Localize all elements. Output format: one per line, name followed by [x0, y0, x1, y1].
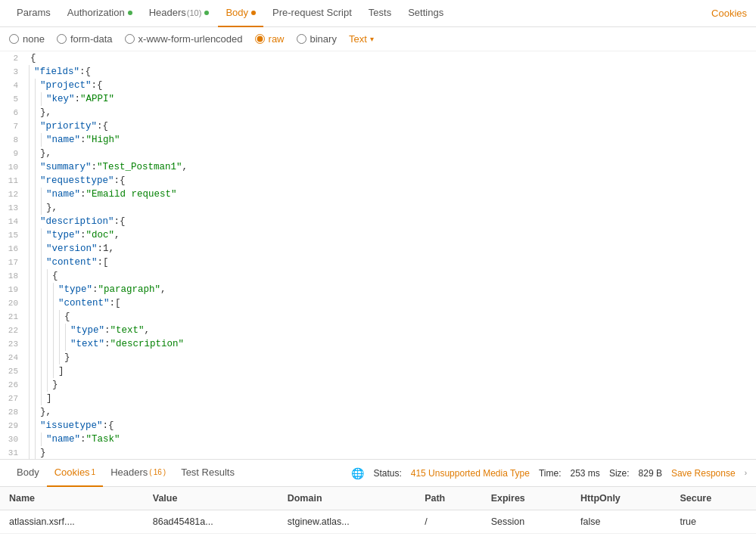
line-number: 15: [0, 228, 27, 242]
indent-guide: [35, 419, 36, 433]
indent-guide: [35, 174, 36, 188]
indent-guide: [29, 119, 30, 133]
indent-guide: [29, 79, 30, 92]
indent-guide: [65, 324, 66, 337]
code-content: },: [46, 201, 756, 215]
indent-guide: [41, 378, 42, 392]
indent-guide: [29, 324, 30, 337]
line-number: 27: [0, 392, 27, 405]
tab-params[interactable]: Params: [9, 0, 58, 27]
code-content: "issuetype":{: [40, 419, 756, 433]
tab-tests[interactable]: Tests: [361, 0, 399, 27]
indent-guide: [41, 269, 42, 283]
table-row: 24}: [0, 351, 756, 364]
line-number: 25: [0, 364, 27, 378]
table-cell: true: [670, 510, 756, 534]
code-content: "type":"doc",: [46, 228, 756, 242]
indent-guide: [35, 378, 36, 392]
table-cell: stginew.atlas...: [278, 510, 415, 534]
indent-guide: [41, 324, 42, 337]
table-row: 12"name":"Emaild request": [0, 188, 756, 201]
tab-response-body[interactable]: Body: [9, 460, 47, 487]
indent-guide: [35, 119, 36, 133]
col-expires: Expires: [482, 487, 571, 510]
table-row: 20"content":[: [0, 296, 756, 310]
dropdown-chevron-icon: ▾: [370, 35, 374, 43]
table-row: 6},: [0, 106, 756, 119]
indent-guide: [53, 351, 54, 364]
tab-body[interactable]: Body: [218, 0, 263, 27]
indent-guide: [35, 215, 36, 228]
table-cell: Session: [482, 510, 571, 534]
cookies-link[interactable]: Cookies: [711, 8, 747, 19]
table-row: 13},: [0, 201, 756, 215]
tab-test-results[interactable]: Test Results: [173, 460, 242, 487]
indent-guide: [29, 405, 30, 419]
indent-guide: [35, 228, 36, 242]
indent-guide: [59, 324, 60, 337]
indent-guide: [29, 133, 30, 147]
table-row: 25]: [0, 364, 756, 378]
line-number: 12: [0, 188, 27, 201]
indent-guide: [35, 446, 36, 460]
headers-status-dot: [204, 11, 209, 15]
table-row: 7"priority":{: [0, 119, 756, 133]
col-name: Name: [0, 487, 144, 510]
code-content: "version":1,: [46, 242, 756, 256]
indent-guide: [29, 446, 30, 460]
indent-guide: [41, 92, 42, 106]
indent-guide: [41, 201, 42, 215]
table-row: 4"project":{: [0, 79, 756, 92]
body-status-dot: [251, 11, 256, 15]
tab-headers[interactable]: Headers (10): [142, 0, 217, 27]
tab-authorization[interactable]: Authorization: [60, 0, 140, 27]
code-content: "type":"text",: [70, 324, 756, 337]
indent-guide: [59, 337, 60, 351]
save-response-button[interactable]: Save Response: [671, 468, 736, 479]
text-format-dropdown[interactable]: Text ▾: [349, 33, 374, 45]
tab-pre-request[interactable]: Pre-request Script: [265, 0, 359, 27]
indent-guide: [35, 310, 36, 324]
indent-guide: [29, 378, 30, 392]
code-content: "priority":{: [40, 119, 756, 133]
line-number: 30: [0, 433, 27, 446]
radio-urlencoded[interactable]: x-www-form-urlencoded: [125, 33, 243, 45]
globe-icon: 🌐: [351, 467, 364, 479]
tab-settings[interactable]: Settings: [400, 0, 451, 27]
table-row: 28},: [0, 405, 756, 419]
indent-guide: [47, 269, 48, 283]
radio-binary[interactable]: binary: [297, 33, 337, 45]
indent-guide: [65, 337, 66, 351]
col-secure: Secure: [670, 487, 756, 510]
indent-guide: [41, 310, 42, 324]
indent-guide: [53, 310, 54, 324]
auth-status-dot: [128, 11, 132, 15]
tab-response-cookies[interactable]: Cookies 1: [47, 460, 104, 487]
indent-guide: [35, 296, 36, 310]
indent-guide: [29, 160, 30, 174]
code-editor[interactable]: 2{3"fields":{4"project":{5"key":"APPI"6}…: [0, 51, 756, 460]
indent-guide: [53, 324, 54, 337]
code-content: }: [52, 378, 756, 392]
line-number: 14: [0, 215, 27, 228]
table-row: 23"text":"description": [0, 337, 756, 351]
table-row: 30"name":"Task": [0, 433, 756, 446]
tab-response-headers[interactable]: Headers (16): [103, 460, 173, 487]
indent-guide: [47, 324, 48, 337]
radio-none[interactable]: none: [9, 33, 45, 45]
indent-guide: [59, 310, 60, 324]
indent-guide: [47, 364, 48, 378]
indent-guide: [29, 433, 30, 446]
indent-guide: [29, 337, 30, 351]
table-row: 29"issuetype":{: [0, 419, 756, 433]
time-value: 253 ms: [571, 468, 600, 479]
radio-raw[interactable]: raw: [255, 33, 285, 45]
code-content: "type":"paragraph",: [58, 283, 756, 296]
table-row: 11"requesttype":{: [0, 174, 756, 188]
line-number: 18: [0, 269, 27, 283]
line-number: 26: [0, 378, 27, 392]
status-value: 415 Unsupported Media Type: [411, 468, 530, 479]
radio-form-data[interactable]: form-data: [57, 33, 113, 45]
table-cell: atlassian.xsrf....: [0, 510, 144, 534]
indent-guide: [29, 228, 30, 242]
